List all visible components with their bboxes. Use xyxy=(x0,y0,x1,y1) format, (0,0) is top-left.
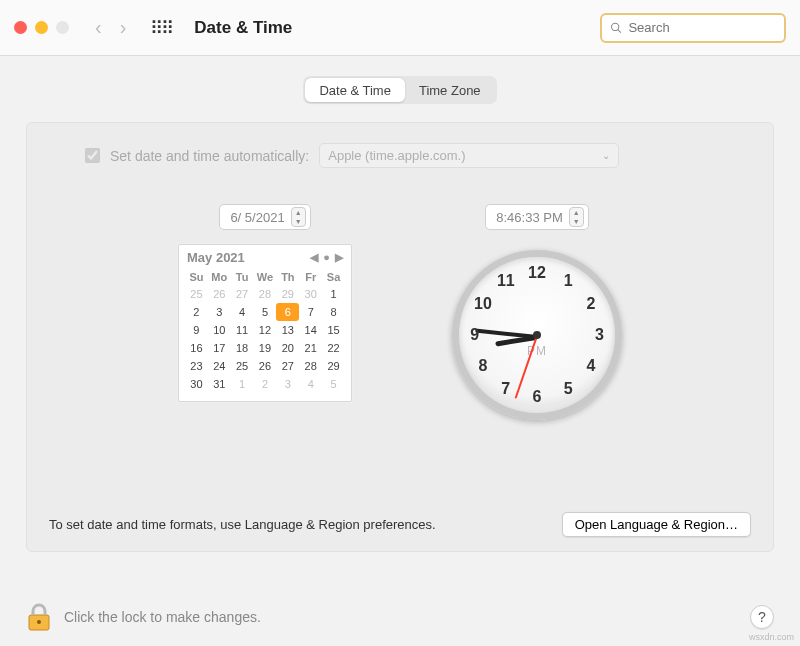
calendar-day[interactable]: 8 xyxy=(322,303,345,321)
time-field-value: 8:46:33 PM xyxy=(496,210,563,225)
format-note: To set date and time formats, use Langua… xyxy=(49,517,436,532)
zoom-window-button[interactable] xyxy=(56,21,69,34)
calendar-day[interactable]: 20 xyxy=(276,339,299,357)
clock-number: 9 xyxy=(470,326,479,344)
search-icon xyxy=(610,21,622,35)
calendar-day[interactable]: 5 xyxy=(254,303,277,321)
calendar-day[interactable]: 15 xyxy=(322,321,345,339)
calendar-dow: Tu xyxy=(231,269,254,285)
calendar[interactable]: May 2021 ◀ ● ▶ SuMoTuWeThFrSa25262728293… xyxy=(178,244,352,402)
clock-number: 5 xyxy=(564,380,573,398)
calendar-day[interactable]: 17 xyxy=(208,339,231,357)
date-column: 6/ 5/2021 ▲▼ May 2021 ◀ ● ▶ SuMoTuWeThFr… xyxy=(178,204,352,420)
calendar-day[interactable]: 28 xyxy=(254,285,277,303)
clock-number: 10 xyxy=(474,295,492,313)
calendar-day[interactable]: 26 xyxy=(208,285,231,303)
calendar-day[interactable]: 16 xyxy=(185,339,208,357)
clock-number: 2 xyxy=(587,295,596,313)
tab-time-zone[interactable]: Time Zone xyxy=(405,78,495,102)
clock-center-pin xyxy=(533,331,541,339)
calendar-day[interactable]: 19 xyxy=(254,339,277,357)
calendar-day[interactable]: 30 xyxy=(185,375,208,393)
preferences-pane: Set date and time automatically: Apple (… xyxy=(26,122,774,552)
calendar-day[interactable]: 18 xyxy=(231,339,254,357)
calendar-day[interactable]: 29 xyxy=(276,285,299,303)
calendar-prev-icon[interactable]: ◀ xyxy=(310,251,318,264)
calendar-day[interactable]: 3 xyxy=(208,303,231,321)
auto-set-checkbox[interactable] xyxy=(85,148,100,163)
calendar-day[interactable]: 30 xyxy=(299,285,322,303)
svg-point-3 xyxy=(37,620,41,624)
forward-button[interactable]: › xyxy=(120,16,127,39)
analog-clock[interactable]: PM 121234567891011 xyxy=(452,250,622,420)
back-button[interactable]: ‹ xyxy=(95,16,102,39)
minute-hand xyxy=(475,329,537,339)
date-field[interactable]: 6/ 5/2021 ▲▼ xyxy=(219,204,310,230)
clock-number: 8 xyxy=(479,357,488,375)
help-button[interactable]: ? xyxy=(750,605,774,629)
tab-date-time[interactable]: Date & Time xyxy=(305,78,405,102)
calendar-dow: We xyxy=(254,269,277,285)
chevron-down-icon: ⌄ xyxy=(602,150,610,161)
calendar-day[interactable]: 4 xyxy=(299,375,322,393)
minimize-window-button[interactable] xyxy=(35,21,48,34)
calendar-next-icon[interactable]: ▶ xyxy=(335,251,343,264)
calendar-day[interactable]: 9 xyxy=(185,321,208,339)
show-all-icon[interactable]: ⠿⠿ xyxy=(150,17,172,39)
calendar-day[interactable]: 24 xyxy=(208,357,231,375)
time-server-dropdown[interactable]: Apple (time.apple.com.) ⌄ xyxy=(319,143,619,168)
calendar-day[interactable]: 14 xyxy=(299,321,322,339)
calendar-dow: Mo xyxy=(208,269,231,285)
calendar-day[interactable]: 2 xyxy=(185,303,208,321)
calendar-day[interactable]: 25 xyxy=(231,357,254,375)
tab-bar: Date & Time Time Zone xyxy=(26,76,774,104)
calendar-dow: Sa xyxy=(322,269,345,285)
search-input[interactable] xyxy=(628,20,776,35)
open-language-region-button[interactable]: Open Language & Region… xyxy=(562,512,751,537)
search-field[interactable] xyxy=(600,13,786,43)
calendar-day[interactable]: 1 xyxy=(322,285,345,303)
calendar-day[interactable]: 26 xyxy=(254,357,277,375)
clock-number: 11 xyxy=(497,272,515,290)
calendar-day[interactable]: 27 xyxy=(231,285,254,303)
calendar-day[interactable]: 10 xyxy=(208,321,231,339)
close-window-button[interactable] xyxy=(14,21,27,34)
calendar-day[interactable]: 3 xyxy=(276,375,299,393)
clock-number: 6 xyxy=(533,388,542,406)
calendar-day[interactable]: 4 xyxy=(231,303,254,321)
auto-set-label: Set date and time automatically: xyxy=(110,148,309,164)
clock-number: 1 xyxy=(564,272,573,290)
traffic-lights xyxy=(14,21,69,34)
calendar-today-icon[interactable]: ● xyxy=(323,251,330,264)
calendar-day[interactable]: 6 xyxy=(276,303,299,321)
time-field[interactable]: 8:46:33 PM ▲▼ xyxy=(485,204,589,230)
calendar-day[interactable]: 28 xyxy=(299,357,322,375)
svg-point-0 xyxy=(612,23,619,30)
calendar-day[interactable]: 31 xyxy=(208,375,231,393)
calendar-day[interactable]: 7 xyxy=(299,303,322,321)
calendar-day[interactable]: 29 xyxy=(322,357,345,375)
lock-message: Click the lock to make changes. xyxy=(64,609,261,625)
calendar-day[interactable]: 2 xyxy=(254,375,277,393)
clock-number: 4 xyxy=(587,357,596,375)
date-stepper[interactable]: ▲▼ xyxy=(291,207,306,227)
date-field-value: 6/ 5/2021 xyxy=(230,210,284,225)
calendar-day[interactable]: 25 xyxy=(185,285,208,303)
calendar-dow: Su xyxy=(185,269,208,285)
time-stepper[interactable]: ▲▼ xyxy=(569,207,584,227)
calendar-day[interactable]: 12 xyxy=(254,321,277,339)
calendar-day[interactable]: 5 xyxy=(322,375,345,393)
clock-number: 12 xyxy=(528,264,546,282)
clock-number: 7 xyxy=(501,380,510,398)
clock-number: 3 xyxy=(595,326,604,344)
calendar-dow: Fr xyxy=(299,269,322,285)
window-title: Date & Time xyxy=(194,18,292,38)
calendar-day[interactable]: 23 xyxy=(185,357,208,375)
calendar-day[interactable]: 27 xyxy=(276,357,299,375)
calendar-day[interactable]: 11 xyxy=(231,321,254,339)
calendar-day[interactable]: 1 xyxy=(231,375,254,393)
lock-icon[interactable] xyxy=(26,602,52,632)
calendar-day[interactable]: 22 xyxy=(322,339,345,357)
calendar-day[interactable]: 13 xyxy=(276,321,299,339)
calendar-day[interactable]: 21 xyxy=(299,339,322,357)
